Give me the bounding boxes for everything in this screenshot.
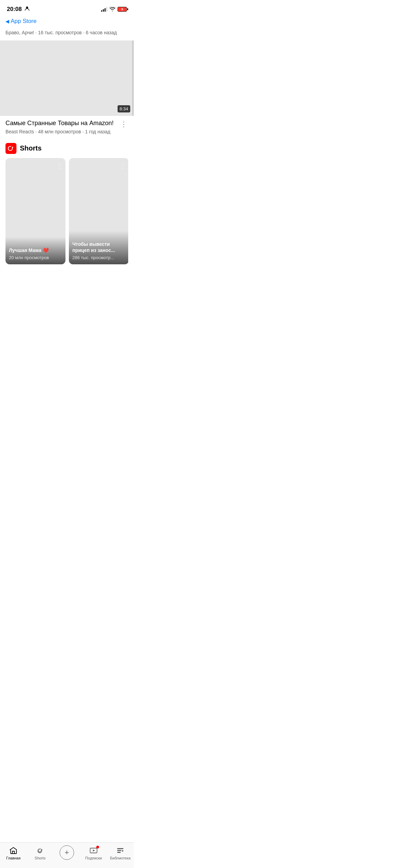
video-title[interactable]: Самые Странные Товары на Amazon! xyxy=(5,119,114,127)
video-info-row: Самые Странные Товары на Amazon! Beast R… xyxy=(0,116,134,139)
svg-point-0 xyxy=(26,7,28,9)
short-card-1-views: 20 млн просмотров xyxy=(9,255,62,260)
person-icon xyxy=(24,6,30,13)
video-preview-subtitle: Браво, Арчи! · 16 тыс. просмотров · 6 ча… xyxy=(0,27,134,40)
status-right: 9 xyxy=(101,7,127,12)
video-thumbnail[interactable]: 8:34 xyxy=(0,40,134,116)
short-card-1-overlay: Лучшая Мама ❤️ 20 млн просмотров xyxy=(5,237,65,264)
short-card-1[interactable]: ⋮ Лучшая Мама ❤️ 20 млн просмотров xyxy=(5,158,65,264)
battery-level: 9 xyxy=(121,8,123,11)
short-card-1-more-btn[interactable]: ⋮ xyxy=(56,161,62,170)
back-label: App Store xyxy=(11,18,37,25)
status-bar: 20:08 9 xyxy=(0,0,134,16)
time-display: 20:08 xyxy=(7,6,22,13)
video-duration-badge: 8:34 xyxy=(118,105,130,112)
short-card-1-title: Лучшая Мама ❤️ xyxy=(9,247,62,253)
video-more-options-button[interactable]: ⋮ xyxy=(119,120,128,128)
short-card-2-more-btn[interactable]: ⋮ xyxy=(119,161,125,170)
navigation-back[interactable]: ◀ App Store xyxy=(0,16,134,27)
video-text-info: Самые Странные Товары на Amazon! Beast R… xyxy=(5,119,114,135)
shorts-header: Shorts xyxy=(5,143,128,154)
battery-indicator: 9 xyxy=(118,7,127,12)
short-card-2-title: Чтобы вывести прицеп из занос... xyxy=(72,241,125,253)
shorts-section-title: Shorts xyxy=(20,144,41,152)
wifi-icon xyxy=(109,7,116,12)
short-card-2-views: 286 тыс. просмотр... xyxy=(72,255,125,260)
shorts-section: Shorts ⋮ Лучшая Мама ❤️ 20 млн просмотро… xyxy=(0,139,134,267)
svg-rect-1 xyxy=(5,143,16,154)
shorts-cards-row: ⋮ Лучшая Мама ❤️ 20 млн просмотров ⋮ Что… xyxy=(5,158,128,264)
more-options-icon: ⋮ xyxy=(120,120,127,128)
short-card-2-overlay: Чтобы вывести прицеп из занос... 286 тыс… xyxy=(69,231,128,264)
status-time: 20:08 xyxy=(7,6,30,13)
back-arrow-icon: ◀ xyxy=(5,19,9,24)
scrollbar[interactable] xyxy=(132,40,134,116)
shorts-logo-icon xyxy=(5,143,16,154)
signal-bars xyxy=(101,7,107,12)
video-meta: Beast Reacts · 48 млн просмотров · 1 год… xyxy=(5,129,114,135)
short-card-2[interactable]: ⋮ Чтобы вывести прицеп из занос... 286 т… xyxy=(69,158,128,264)
